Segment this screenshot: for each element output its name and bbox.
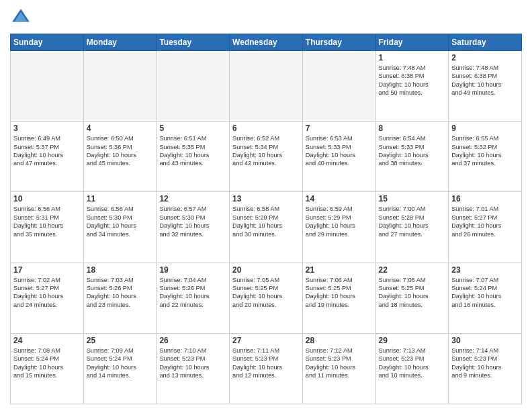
- day-info: Sunrise: 7:01 AM Sunset: 5:27 PM Dayligh…: [451, 205, 519, 238]
- header-cell-monday: Monday: [83, 34, 157, 51]
- day-info: Sunrise: 7:11 AM Sunset: 5:23 PM Dayligh…: [232, 347, 300, 380]
- header-row: SundayMondayTuesdayWednesdayThursdayFrid…: [11, 34, 522, 51]
- day-number: 1: [379, 53, 446, 62]
- day-number: 20: [232, 265, 300, 275]
- logo: [10, 7, 36, 28]
- day-number: 6: [232, 124, 300, 133]
- header-cell-sunday: Sunday: [11, 34, 84, 51]
- day-info: Sunrise: 7:03 AM Sunset: 5:26 PM Dayligh…: [87, 276, 154, 310]
- day-info: Sunrise: 7:14 AM Sunset: 5:23 PM Dayligh…: [451, 347, 519, 380]
- day-info: Sunrise: 6:54 AM Sunset: 5:33 PM Dayligh…: [379, 134, 446, 168]
- day-cell: [157, 51, 230, 122]
- day-info: Sunrise: 7:05 AM Sunset: 5:25 PM Dayligh…: [232, 276, 300, 310]
- day-info: Sunrise: 7:04 AM Sunset: 5:26 PM Dayligh…: [159, 276, 226, 310]
- day-cell: 14Sunrise: 6:59 AM Sunset: 5:29 PM Dayli…: [302, 192, 375, 263]
- week-row-3: 17Sunrise: 7:02 AM Sunset: 5:27 PM Dayli…: [11, 263, 522, 333]
- day-info: Sunrise: 7:06 AM Sunset: 5:25 PM Dayligh…: [379, 276, 446, 310]
- day-cell: [83, 51, 157, 122]
- day-info: Sunrise: 6:49 AM Sunset: 5:37 PM Dayligh…: [13, 134, 81, 168]
- week-row-0: 1Sunrise: 7:48 AM Sunset: 6:38 PM Daylig…: [11, 51, 522, 122]
- day-cell: 9Sunrise: 6:55 AM Sunset: 5:32 PM Daylig…: [449, 122, 522, 192]
- day-info: Sunrise: 7:12 AM Sunset: 5:23 PM Dayligh…: [306, 347, 373, 380]
- day-number: 13: [232, 194, 300, 203]
- day-number: 29: [379, 336, 446, 345]
- day-info: Sunrise: 6:51 AM Sunset: 5:35 PM Dayligh…: [159, 134, 226, 168]
- day-cell: 16Sunrise: 7:01 AM Sunset: 5:27 PM Dayli…: [449, 192, 522, 263]
- day-cell: 18Sunrise: 7:03 AM Sunset: 5:26 PM Dayli…: [83, 263, 157, 333]
- day-info: Sunrise: 7:07 AM Sunset: 5:24 PM Dayligh…: [451, 276, 519, 310]
- day-info: Sunrise: 6:56 AM Sunset: 5:30 PM Dayligh…: [87, 205, 154, 238]
- day-number: 28: [306, 336, 373, 345]
- day-cell: 10Sunrise: 6:56 AM Sunset: 5:31 PM Dayli…: [11, 192, 84, 263]
- day-cell: 30Sunrise: 7:14 AM Sunset: 5:23 PM Dayli…: [449, 333, 522, 404]
- day-cell: 13Sunrise: 6:58 AM Sunset: 5:29 PM Dayli…: [230, 192, 303, 263]
- day-cell: 5Sunrise: 6:51 AM Sunset: 5:35 PM Daylig…: [157, 122, 230, 192]
- day-cell: 26Sunrise: 7:10 AM Sunset: 5:23 PM Dayli…: [157, 333, 230, 404]
- day-info: Sunrise: 6:58 AM Sunset: 5:29 PM Dayligh…: [232, 205, 300, 238]
- week-row-4: 24Sunrise: 7:08 AM Sunset: 5:24 PM Dayli…: [11, 333, 522, 404]
- header-cell-saturday: Saturday: [449, 34, 522, 51]
- calendar-header: SundayMondayTuesdayWednesdayThursdayFrid…: [11, 34, 522, 51]
- day-cell: 19Sunrise: 7:04 AM Sunset: 5:26 PM Dayli…: [157, 263, 230, 333]
- day-cell: 4Sunrise: 6:50 AM Sunset: 5:36 PM Daylig…: [83, 122, 157, 192]
- day-info: Sunrise: 7:08 AM Sunset: 5:24 PM Dayligh…: [13, 347, 81, 380]
- day-number: 2: [451, 53, 519, 62]
- day-cell: 25Sunrise: 7:09 AM Sunset: 5:24 PM Dayli…: [83, 333, 157, 404]
- day-cell: [230, 51, 303, 122]
- day-number: 17: [13, 265, 81, 275]
- day-cell: 15Sunrise: 7:00 AM Sunset: 5:28 PM Dayli…: [375, 192, 449, 263]
- day-number: 24: [13, 336, 81, 345]
- day-info: Sunrise: 7:48 AM Sunset: 6:38 PM Dayligh…: [451, 64, 519, 97]
- day-number: 26: [159, 336, 226, 345]
- day-number: 30: [451, 336, 519, 345]
- day-number: 21: [306, 265, 373, 275]
- day-cell: 22Sunrise: 7:06 AM Sunset: 5:25 PM Dayli…: [375, 263, 449, 333]
- day-info: Sunrise: 6:50 AM Sunset: 5:36 PM Dayligh…: [87, 134, 154, 168]
- day-cell: 11Sunrise: 6:56 AM Sunset: 5:30 PM Dayli…: [83, 192, 157, 263]
- day-number: 3: [13, 124, 81, 133]
- day-number: 25: [87, 336, 154, 345]
- header: [10, 7, 522, 28]
- day-info: Sunrise: 6:52 AM Sunset: 5:34 PM Dayligh…: [232, 134, 300, 168]
- day-number: 11: [87, 194, 154, 203]
- day-cell: 29Sunrise: 7:13 AM Sunset: 5:23 PM Dayli…: [375, 333, 449, 404]
- day-info: Sunrise: 7:13 AM Sunset: 5:23 PM Dayligh…: [379, 347, 446, 380]
- header-cell-tuesday: Tuesday: [157, 34, 230, 51]
- header-cell-friday: Friday: [375, 34, 449, 51]
- day-info: Sunrise: 6:57 AM Sunset: 5:30 PM Dayligh…: [159, 205, 226, 238]
- header-cell-thursday: Thursday: [302, 34, 375, 51]
- day-number: 4: [87, 124, 154, 133]
- day-number: 23: [451, 265, 519, 275]
- day-number: 9: [451, 124, 519, 133]
- day-number: 14: [306, 194, 373, 203]
- header-cell-wednesday: Wednesday: [230, 34, 303, 51]
- day-number: 5: [159, 124, 226, 133]
- day-cell: [11, 51, 84, 122]
- day-cell: 21Sunrise: 7:06 AM Sunset: 5:25 PM Dayli…: [302, 263, 375, 333]
- day-info: Sunrise: 6:53 AM Sunset: 5:33 PM Dayligh…: [306, 134, 373, 168]
- day-info: Sunrise: 6:59 AM Sunset: 5:29 PM Dayligh…: [306, 205, 373, 238]
- day-number: 19: [159, 265, 226, 275]
- day-cell: 28Sunrise: 7:12 AM Sunset: 5:23 PM Dayli…: [302, 333, 375, 404]
- day-cell: 8Sunrise: 6:54 AM Sunset: 5:33 PM Daylig…: [375, 122, 449, 192]
- page: SundayMondayTuesdayWednesdayThursdayFrid…: [0, 0, 532, 411]
- day-cell: [302, 51, 375, 122]
- day-number: 16: [451, 194, 519, 203]
- day-number: 8: [379, 124, 446, 133]
- day-cell: 17Sunrise: 7:02 AM Sunset: 5:27 PM Dayli…: [11, 263, 84, 333]
- day-number: 10: [13, 194, 81, 203]
- day-info: Sunrise: 7:48 AM Sunset: 6:38 PM Dayligh…: [379, 64, 446, 97]
- calendar-body: 1Sunrise: 7:48 AM Sunset: 6:38 PM Daylig…: [11, 51, 522, 404]
- day-cell: 1Sunrise: 7:48 AM Sunset: 6:38 PM Daylig…: [375, 51, 449, 122]
- day-cell: 6Sunrise: 6:52 AM Sunset: 5:34 PM Daylig…: [230, 122, 303, 192]
- day-info: Sunrise: 7:06 AM Sunset: 5:25 PM Dayligh…: [306, 276, 373, 310]
- week-row-2: 10Sunrise: 6:56 AM Sunset: 5:31 PM Dayli…: [11, 192, 522, 263]
- day-number: 22: [379, 265, 446, 275]
- day-cell: 7Sunrise: 6:53 AM Sunset: 5:33 PM Daylig…: [302, 122, 375, 192]
- day-info: Sunrise: 6:56 AM Sunset: 5:31 PM Dayligh…: [13, 205, 81, 238]
- day-info: Sunrise: 7:02 AM Sunset: 5:27 PM Dayligh…: [13, 276, 81, 310]
- day-cell: 23Sunrise: 7:07 AM Sunset: 5:24 PM Dayli…: [449, 263, 522, 333]
- day-info: Sunrise: 7:00 AM Sunset: 5:28 PM Dayligh…: [379, 205, 446, 238]
- day-number: 7: [306, 124, 373, 133]
- day-info: Sunrise: 7:10 AM Sunset: 5:23 PM Dayligh…: [159, 347, 226, 380]
